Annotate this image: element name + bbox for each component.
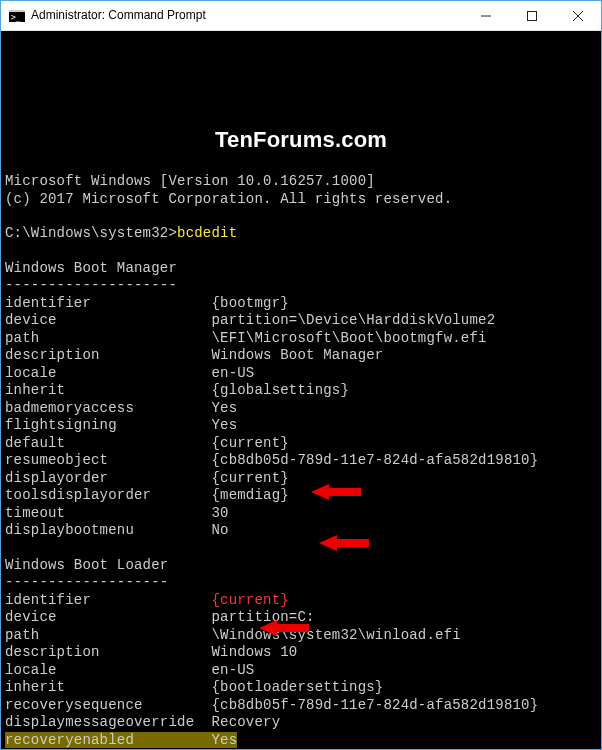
- window-controls: [463, 1, 601, 30]
- console-line: C:\Windows\system32>bcdedit: [5, 225, 597, 243]
- app-icon: >_: [9, 8, 25, 24]
- console-line: --------------------: [5, 277, 597, 295]
- console-line: badmemoryaccess Yes: [5, 400, 597, 418]
- close-button[interactable]: [555, 1, 601, 30]
- console-line: displayorder {current}: [5, 470, 597, 488]
- command-prompt-window: >_ Administrator: Command Prompt TenForu…: [0, 0, 602, 750]
- console-line: recoverysequence {cb8db05f-789d-11e7-824…: [5, 697, 597, 715]
- console-line: Microsoft Windows [Version 10.0.16257.10…: [5, 173, 597, 191]
- console-line: description Windows Boot Manager: [5, 347, 597, 365]
- console-line: timeout 30: [5, 505, 597, 523]
- console-line: device partition=C:: [5, 609, 597, 627]
- console-line: flightsigning Yes: [5, 417, 597, 435]
- console-line: recoveryenabled Yes: [5, 732, 597, 750]
- console-line: identifier {current}: [5, 592, 597, 610]
- console-line: [5, 208, 597, 225]
- console-line: locale en-US: [5, 365, 597, 383]
- svg-rect-4: [528, 11, 537, 20]
- minimize-button[interactable]: [463, 1, 509, 30]
- console-line: inherit {globalsettings}: [5, 382, 597, 400]
- console-line: Windows Boot Manager: [5, 260, 597, 278]
- maximize-button[interactable]: [509, 1, 555, 30]
- titlebar[interactable]: >_ Administrator: Command Prompt: [1, 1, 601, 31]
- console-line: device partition=\Device\HarddiskVolume2: [5, 312, 597, 330]
- window-title: Administrator: Command Prompt: [31, 8, 463, 23]
- console-line: inherit {bootloadersettings}: [5, 679, 597, 697]
- watermark-text: TenForums.com: [1, 126, 601, 154]
- console-line: displaybootmenu No: [5, 522, 597, 540]
- console-line: toolsdisplayorder {memdiag}: [5, 487, 597, 505]
- console-line: path \Windows\system32\winload.efi: [5, 627, 597, 645]
- svg-text:>_: >_: [11, 13, 21, 22]
- console-line: identifier {bootmgr}: [5, 295, 597, 313]
- console-line: -------------------: [5, 574, 597, 592]
- console-line: path \EFI\Microsoft\Boot\bootmgfw.efi: [5, 330, 597, 348]
- console-line: [5, 243, 597, 260]
- console-line: resumeobject {cb8db05d-789d-11e7-824d-af…: [5, 452, 597, 470]
- console-output[interactable]: TenForums.com Microsoft Windows [Version…: [1, 31, 601, 749]
- console-line: (c) 2017 Microsoft Corporation. All righ…: [5, 191, 597, 209]
- console-line: [5, 540, 597, 557]
- console-line: displaymessageoverride Recovery: [5, 714, 597, 732]
- svg-rect-1: [9, 10, 25, 12]
- console-line: Windows Boot Loader: [5, 557, 597, 575]
- console-line: description Windows 10: [5, 644, 597, 662]
- console-line: default {current}: [5, 435, 597, 453]
- console-line: locale en-US: [5, 662, 597, 680]
